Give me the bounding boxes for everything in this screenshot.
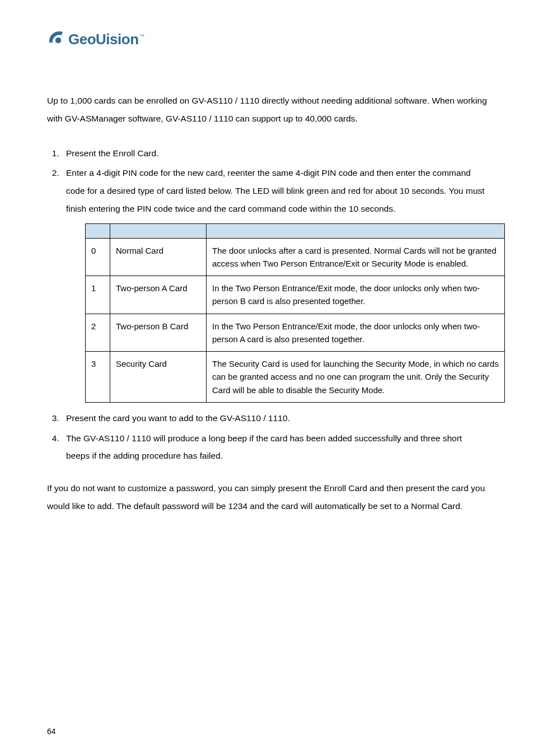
svg-point-0 bbox=[55, 38, 61, 43]
logo-mark-icon bbox=[47, 30, 65, 48]
cell-type: Normal Card bbox=[110, 238, 207, 276]
table-row: 1 Two-person A Card In the Two Person En… bbox=[86, 276, 505, 314]
table-row: 2 Two-person B Card In the Two Person En… bbox=[86, 314, 505, 352]
cell-desc: The door unlocks after a card is present… bbox=[207, 238, 505, 276]
cell-type: Two-person A Card bbox=[110, 276, 207, 314]
step-3: Present the card you want to add to the … bbox=[62, 409, 487, 427]
table-header-code bbox=[86, 223, 110, 238]
cell-code: 0 bbox=[86, 238, 110, 276]
intro-paragraph: Up to 1,000 cards can be enrolled on GV-… bbox=[47, 92, 487, 128]
cell-code: 2 bbox=[86, 314, 110, 352]
cell-type: Security Card bbox=[110, 352, 207, 403]
table-row: 0 Normal Card The door unlocks after a c… bbox=[86, 238, 505, 276]
table-header-type bbox=[110, 223, 207, 238]
cell-desc: In the Two Person Entrance/Exit mode, th… bbox=[207, 314, 505, 352]
step-1: Present the Enroll Card. bbox=[62, 144, 487, 162]
steps-list-part1: Present the Enroll Card. Enter a 4-digit… bbox=[47, 144, 487, 403]
step-2: Enter a 4-digit PIN code for the new car… bbox=[62, 164, 487, 403]
cell-type: Two-person B Card bbox=[110, 314, 207, 352]
page-number: 64 bbox=[47, 727, 56, 736]
cell-desc: In the Two Person Entrance/Exit mode, th… bbox=[207, 276, 505, 314]
cell-code: 3 bbox=[86, 352, 110, 403]
table-header-desc bbox=[207, 223, 505, 238]
closing-paragraph: If you do not want to customize a passwo… bbox=[47, 479, 487, 515]
logo-trademark: ™ bbox=[140, 34, 144, 39]
logo-text: GeoUision bbox=[68, 31, 139, 48]
step-4: The GV-AS110 / 1110 will produce a long … bbox=[62, 430, 487, 465]
table-header-row bbox=[86, 223, 505, 238]
steps-list-part2: Present the card you want to add to the … bbox=[47, 409, 487, 465]
cell-desc: The Security Card is used for launching … bbox=[207, 352, 505, 403]
card-types-table: 0 Normal Card The door unlocks after a c… bbox=[85, 223, 505, 403]
step-2-text: Enter a 4-digit PIN code for the new car… bbox=[66, 168, 485, 213]
brand-logo: GeoUision ™ bbox=[47, 30, 487, 48]
cell-code: 1 bbox=[86, 276, 110, 314]
table-row: 3 Security Card The Security Card is use… bbox=[86, 352, 505, 403]
